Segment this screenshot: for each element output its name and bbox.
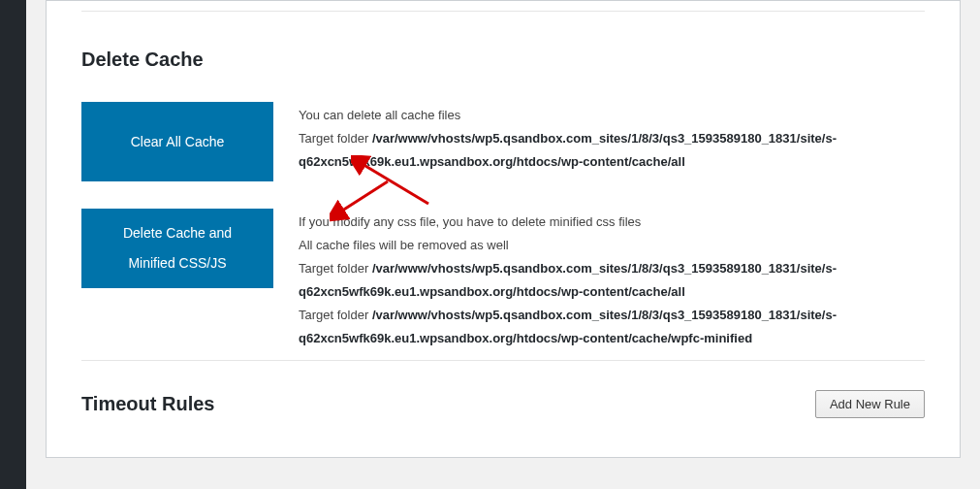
delete-minified-target1-line: Target folder /var/www/vhosts/wp5.qsandb… — [299, 257, 925, 304]
delete-cache-minified-button[interactable]: Delete Cache and Minified CSS/JS — [81, 209, 273, 288]
delete-minified-description: If you modify any css file, you have to … — [273, 209, 925, 350]
settings-panel: Delete Cache Clear All Cache You can del… — [46, 0, 961, 458]
delete-minified-button-line2: Minified CSS/JS — [128, 248, 226, 278]
delete-minified-row: Delete Cache and Minified CSS/JS If you … — [81, 209, 925, 350]
target-label: Target folder — [299, 261, 372, 276]
clear-all-cache-row: Clear All Cache You can delete all cache… — [81, 102, 925, 181]
target-label: Target folder — [299, 131, 372, 146]
add-new-rule-button[interactable]: Add New Rule — [815, 390, 925, 418]
top-divider — [81, 11, 925, 12]
delete-minified-target2-line: Target folder /var/www/vhosts/wp5.qsandb… — [299, 304, 925, 350]
target-label: Target folder — [299, 308, 372, 322]
admin-sidebar — [0, 0, 26, 489]
main-content: Delete Cache Clear All Cache You can del… — [26, 0, 980, 489]
clear-all-target-line: Target folder /var/www/vhosts/wp5.qsandb… — [299, 127, 925, 174]
target-path: /var/www/vhosts/wp5.qsandbox.com_sites/1… — [299, 308, 837, 345]
target-path: /var/www/vhosts/wp5.qsandbox.com_sites/1… — [299, 131, 837, 169]
delete-minified-desc1: If you modify any css file, you have to … — [299, 211, 925, 234]
clear-all-desc-text: You can delete all cache files — [299, 104, 925, 127]
delete-minified-button-line1: Delete Cache and — [123, 218, 232, 248]
target-path: /var/www/vhosts/wp5.qsandbox.com_sites/1… — [299, 261, 837, 299]
section-divider — [81, 360, 925, 361]
timeout-rules-row: Timeout Rules Add New Rule — [81, 390, 925, 418]
delete-cache-heading: Delete Cache — [81, 49, 925, 71]
timeout-rules-heading: Timeout Rules — [81, 393, 214, 415]
clear-all-cache-description: You can delete all cache files Target fo… — [273, 102, 925, 174]
delete-minified-desc2: All cache files will be removed as well — [299, 234, 925, 257]
clear-all-cache-button[interactable]: Clear All Cache — [81, 102, 273, 181]
